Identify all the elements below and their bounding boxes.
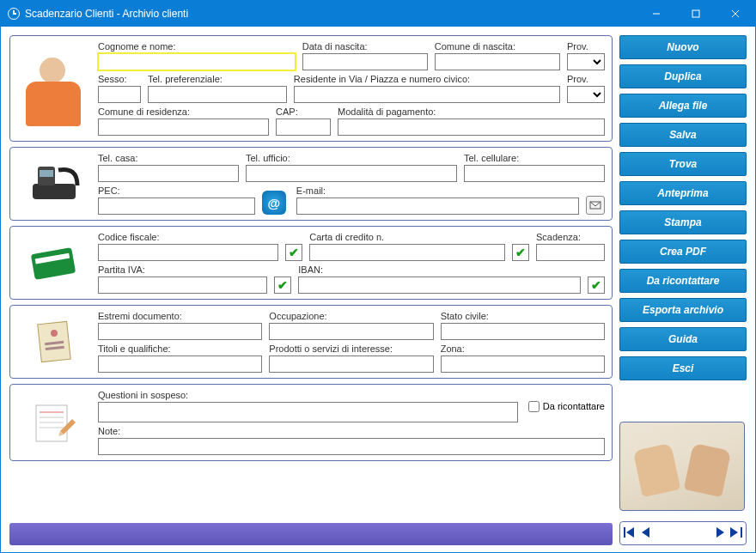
- stato-input[interactable]: [441, 323, 605, 340]
- esci-button[interactable]: Esci: [619, 356, 747, 380]
- zona-input[interactable]: [441, 356, 605, 373]
- cf-input[interactable]: [98, 244, 278, 261]
- cognome-label: Cognome e nome:: [98, 41, 296, 52]
- nav-first-button[interactable]: [624, 526, 636, 541]
- email-label: E-mail:: [296, 185, 579, 196]
- tel-casa-label: Tel. casa:: [98, 153, 239, 163]
- prodotti-input[interactable]: [269, 356, 433, 373]
- estremi-label: Estremi documento:: [98, 311, 262, 321]
- maximize-button[interactable]: [676, 1, 716, 27]
- notepad-icon: [17, 390, 91, 455]
- svg-marker-22: [716, 527, 724, 538]
- estremi-input[interactable]: [98, 323, 262, 340]
- person-image: [17, 41, 91, 136]
- tel-cell-label: Tel. cellulare:: [464, 153, 605, 163]
- svg-rect-14: [36, 405, 67, 441]
- cf-validate-button[interactable]: ✔: [285, 244, 302, 261]
- data-nascita-input[interactable]: [302, 53, 428, 70]
- svg-marker-20: [626, 527, 634, 538]
- email-action-button[interactable]: [586, 196, 605, 215]
- residente-input[interactable]: [294, 86, 560, 103]
- trova-button[interactable]: Trova: [619, 152, 747, 176]
- sesso-label: Sesso:: [98, 74, 141, 84]
- tel-casa-input[interactable]: [98, 165, 239, 182]
- salva-button[interactable]: Salva: [619, 123, 747, 147]
- tel-pref-label: Tel. preferenziale:: [148, 74, 287, 84]
- cap-label: CAP:: [276, 106, 331, 117]
- cf-label: Codice fiscale:: [98, 232, 278, 242]
- esporta-button[interactable]: Esporta archivio: [619, 298, 747, 322]
- tel-cell-input[interactable]: [464, 165, 605, 182]
- sesso-input[interactable]: [98, 86, 141, 103]
- prov2-label: Prov.: [567, 74, 605, 84]
- panel-anagrafica: Cognome e nome: Data di nascita: Comune …: [9, 35, 613, 142]
- nav-next-button[interactable]: [716, 526, 725, 541]
- nuovo-button[interactable]: Nuovo: [619, 35, 747, 59]
- occup-label: Occupazione:: [269, 311, 433, 321]
- prov1-label: Prov.: [567, 41, 605, 52]
- zona-label: Zona:: [441, 343, 605, 354]
- svg-rect-6: [40, 170, 53, 177]
- comune-res-input[interactable]: [98, 118, 269, 136]
- cc-label: Carta di credito n.: [309, 232, 505, 242]
- tel-ufficio-input[interactable]: [246, 165, 457, 182]
- cognome-input[interactable]: [98, 53, 296, 70]
- piva-validate-button[interactable]: ✔: [274, 276, 291, 294]
- ricontattare-checkbox-label: Da ricontattare: [543, 401, 605, 411]
- svg-marker-23: [730, 527, 738, 538]
- data-nascita-label: Data di nascita:: [302, 41, 428, 52]
- svg-rect-1: [692, 10, 699, 17]
- handshake-image: [619, 422, 745, 511]
- tel-ufficio-label: Tel. ufficio:: [246, 153, 457, 163]
- iban-validate-button[interactable]: ✔: [588, 276, 605, 294]
- comune-res-label: Comune di residenza:: [98, 106, 269, 117]
- pec-input[interactable]: [98, 198, 255, 215]
- questioni-input[interactable]: [98, 402, 518, 422]
- titoli-input[interactable]: [98, 356, 262, 373]
- residente-label: Residente in Via / Piazza e numero civic…: [294, 74, 560, 84]
- comune-nascita-label: Comune di nascita:: [435, 41, 560, 52]
- tel-pref-input[interactable]: [148, 86, 287, 103]
- svg-rect-24: [741, 527, 742, 538]
- iban-input[interactable]: [298, 276, 581, 294]
- duplica-button[interactable]: Duplica: [619, 64, 747, 88]
- progress-bar: [9, 523, 613, 545]
- scad-label: Scadenza:: [536, 232, 605, 242]
- email-input[interactable]: [296, 198, 579, 215]
- scad-input[interactable]: [536, 244, 605, 261]
- cap-input[interactable]: [276, 118, 331, 136]
- app-icon: [8, 8, 20, 20]
- creapdf-button[interactable]: Crea PDF: [619, 240, 747, 264]
- panel-fiscale: Codice fiscale: ✔ Carta di credito n. ✔ …: [9, 226, 613, 300]
- note-input[interactable]: [98, 438, 605, 455]
- panel-contatti: Tel. casa: Tel. ufficio: Tel. cellulare:…: [9, 147, 613, 221]
- questioni-label: Questioni in sospeso:: [98, 390, 518, 400]
- nav-last-button[interactable]: [730, 526, 742, 541]
- record-navigator: [619, 521, 747, 545]
- ricontattare-checkbox[interactable]: [528, 401, 540, 412]
- phone-icon: [17, 153, 91, 215]
- cc-validate-button[interactable]: ✔: [512, 244, 529, 261]
- piva-label: Partita IVA:: [98, 264, 267, 275]
- iban-label: IBAN:: [298, 264, 581, 275]
- piva-input[interactable]: [98, 276, 267, 294]
- stampa-button[interactable]: Stampa: [619, 210, 747, 234]
- panel-note: Questioni in sospeso: Da ricontattare No…: [9, 384, 613, 461]
- prov2-select[interactable]: [567, 86, 605, 103]
- at-icon: @: [262, 191, 286, 215]
- anteprima-button[interactable]: Anteprima: [619, 181, 747, 205]
- cc-input[interactable]: [309, 244, 505, 261]
- window-title: Scadenzario Clienti - Archivio clienti: [25, 8, 188, 20]
- occup-input[interactable]: [269, 323, 433, 340]
- ricontattare-button[interactable]: Da ricontattare: [619, 269, 747, 293]
- minimize-button[interactable]: [637, 1, 676, 27]
- nav-prev-button[interactable]: [641, 526, 649, 541]
- comune-nascita-input[interactable]: [435, 53, 560, 70]
- guida-button[interactable]: Guida: [619, 327, 747, 351]
- mod-pagamento-input[interactable]: [338, 118, 605, 136]
- close-button[interactable]: [716, 1, 755, 27]
- prov1-select[interactable]: [567, 53, 605, 70]
- allega-button[interactable]: Allega file: [619, 94, 747, 118]
- stato-label: Stato civile:: [441, 311, 605, 321]
- card-icon: [17, 232, 91, 294]
